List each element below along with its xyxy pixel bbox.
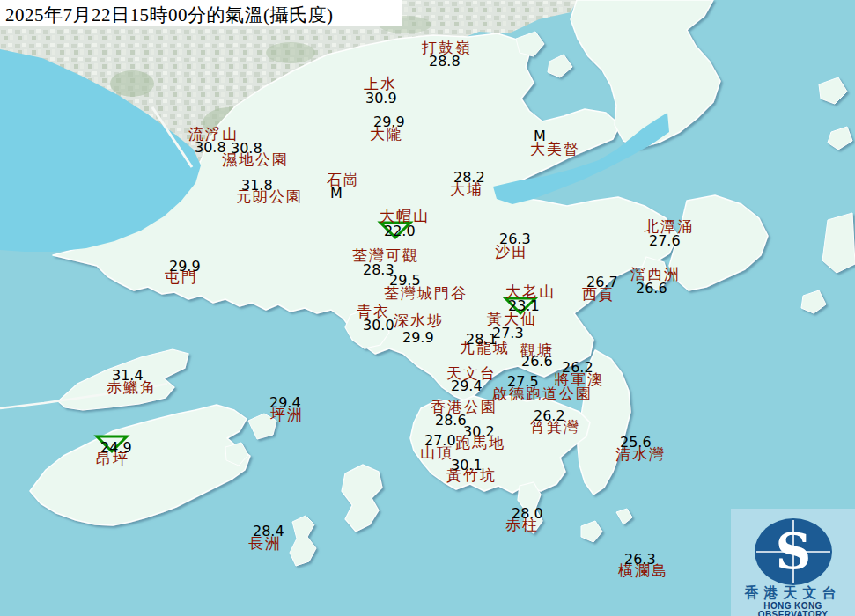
- hko-logo: S 香港天文台 HONG KONG OBSERVATORY: [731, 509, 855, 616]
- logo-s-glyph: S: [776, 522, 811, 580]
- logo-chinese-name: 香港天文台: [731, 586, 855, 600]
- title-bar: 2025年7月22日15時00分的氣溫(攝氏度): [0, 0, 402, 26]
- islet-east-edge: [822, 213, 855, 273]
- hong-kong-map: [0, 0, 855, 616]
- logo-english-name: HONG KONG OBSERVATORY: [731, 602, 855, 616]
- temperature-map-page: 打鼓嶺28.8上水30.9大隴29.9大美督M流浮山30.8濕地公園30.8元朗…: [0, 0, 855, 616]
- page-title: 2025年7月22日15時00分的氣溫(攝氏度): [5, 3, 334, 27]
